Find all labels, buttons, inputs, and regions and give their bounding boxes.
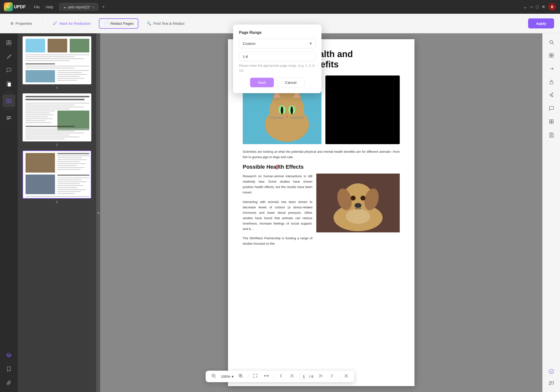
thumbnail-6[interactable]: 6 xyxy=(20,151,94,204)
svg-rect-16 xyxy=(26,60,70,61)
doc-lower-text: Research on human-animal interactions is… xyxy=(243,174,312,250)
sidebar-item-attachment[interactable] xyxy=(2,376,15,389)
thumbnail-5[interactable]: 5 xyxy=(20,93,94,147)
svg-rect-56 xyxy=(57,161,80,162)
svg-rect-21 xyxy=(57,70,89,71)
right-save-button[interactable] xyxy=(546,129,557,141)
right-search-button[interactable] xyxy=(546,36,557,48)
doc-body-text-2: Research on human-animal interactions is… xyxy=(243,174,312,195)
svg-rect-103 xyxy=(550,82,553,84)
bb-separator-1 xyxy=(248,374,248,379)
menu-file[interactable]: File xyxy=(34,5,40,9)
svg-rect-43 xyxy=(26,129,89,129)
sidebar-item-forms[interactable] xyxy=(2,111,15,124)
thumbnail-img-6 xyxy=(23,151,91,199)
window-maximize-icon[interactable]: □ xyxy=(536,4,539,10)
sidebar-item-layers[interactable] xyxy=(2,349,15,362)
page-range-popup: Page Range Custom All Pages Odd Pages Ev… xyxy=(233,25,321,93)
find-text-redact-button[interactable]: 🔍 Find Text & Redact xyxy=(142,19,189,28)
first-page-button[interactable] xyxy=(288,373,296,380)
svg-rect-4 xyxy=(8,83,11,87)
tab-label: pets report(2)* xyxy=(68,5,90,9)
svg-rect-20 xyxy=(26,70,55,82)
doc-body-text-4: The NIH/Mars Partnership is funding a ra… xyxy=(243,236,312,246)
panel-collapse-handle[interactable]: ◀ xyxy=(96,33,100,392)
right-secure-button[interactable] xyxy=(546,76,557,88)
window-close-icon[interactable]: ✕ xyxy=(542,4,545,10)
user-avatar[interactable]: B xyxy=(548,3,556,11)
svg-rect-40 xyxy=(26,120,45,121)
fit-page-button[interactable] xyxy=(251,373,259,380)
redacted-image-block xyxy=(325,76,400,144)
svg-rect-61 xyxy=(57,175,89,176)
svg-rect-36 xyxy=(26,113,50,113)
right-ocr-button[interactable] xyxy=(546,50,557,61)
zoom-in-button[interactable] xyxy=(237,373,245,380)
properties-button[interactable]: ⚙ Properties xyxy=(6,19,37,28)
tab-add-button[interactable]: + xyxy=(100,3,107,10)
doc-body-text-1: Scientists are looking at what the poten… xyxy=(243,149,400,160)
sidebar-item-redact[interactable] xyxy=(2,94,15,107)
menu-help[interactable]: Help xyxy=(46,5,53,9)
svg-rect-35 xyxy=(26,111,55,111)
bb-separator-3 xyxy=(339,374,339,379)
sidebar-item-comment[interactable] xyxy=(2,64,15,76)
apply-button[interactable]: Apply xyxy=(528,18,554,28)
tab-cloud-icon: ☁ xyxy=(63,5,66,9)
right-convert-button[interactable] xyxy=(546,63,557,75)
titlebar-menu: File Help xyxy=(34,5,53,9)
zoom-dropdown-icon[interactable]: ▾ xyxy=(232,374,234,379)
svg-rect-55 xyxy=(57,159,87,160)
svg-rect-104 xyxy=(549,120,551,121)
svg-rect-99 xyxy=(549,53,551,55)
popup-hint: Please enter the appropriate page range.… xyxy=(239,63,316,73)
page-range-select[interactable]: Custom All Pages Odd Pages Even Pages xyxy=(239,39,316,48)
thumbnail-4[interactable]: 4 xyxy=(20,36,94,89)
find-text-icon: 🔍 xyxy=(147,21,151,26)
tab-close-button[interactable]: × xyxy=(92,5,94,9)
close-bottom-bar-button[interactable] xyxy=(342,373,350,380)
redact-pages-button[interactable]: 📄 Redact Pages xyxy=(99,18,138,29)
svg-line-112 xyxy=(215,377,216,378)
doc-subheading: Possible Health Effects xyxy=(243,164,400,170)
window-chevron-down-icon[interactable]: ⌄ xyxy=(523,4,527,10)
thumbnail-num-4: 4 xyxy=(56,86,58,89)
svg-rect-100 xyxy=(552,53,553,55)
next-page-button[interactable] xyxy=(328,373,336,380)
svg-rect-105 xyxy=(552,120,553,121)
tab-pets-report[interactable]: ☁ pets report(2)* × xyxy=(59,3,98,11)
thumbnail-num-6: 6 xyxy=(56,200,58,204)
sidebar-item-bookmark[interactable] xyxy=(2,363,15,375)
page-range-input[interactable] xyxy=(239,52,316,61)
popup-mark-button[interactable]: Mark xyxy=(250,78,274,87)
right-comment-button[interactable] xyxy=(546,102,557,114)
sidebar-item-reader[interactable] xyxy=(2,36,15,49)
right-ai-button[interactable] xyxy=(546,366,557,377)
right-chat-button[interactable] xyxy=(546,377,557,389)
last-page-button[interactable] xyxy=(316,373,325,380)
fit-width-button[interactable] xyxy=(262,373,271,380)
svg-rect-64 xyxy=(57,181,87,182)
svg-rect-41 xyxy=(26,122,51,123)
svg-point-94 xyxy=(360,196,365,201)
svg-rect-68 xyxy=(57,189,86,190)
svg-rect-11 xyxy=(48,39,67,52)
mark-redaction-icon: 🖊 xyxy=(53,21,57,26)
prev-page-button[interactable] xyxy=(277,373,285,380)
window-minimize-icon[interactable]: ─ xyxy=(530,4,533,10)
current-page-input[interactable] xyxy=(299,374,308,379)
sidebar-item-edit[interactable] xyxy=(2,50,15,63)
zoom-out-button[interactable] xyxy=(210,373,218,380)
sidebar-item-pages[interactable] xyxy=(2,77,15,90)
right-share-button[interactable] xyxy=(546,89,557,101)
svg-rect-8 xyxy=(7,119,9,120)
user-avatar-letter: B xyxy=(551,5,553,9)
mark-redaction-button[interactable]: 🖊 Mark for Redaction xyxy=(49,18,95,28)
svg-rect-22 xyxy=(57,72,82,73)
svg-rect-23 xyxy=(57,74,87,75)
svg-rect-24 xyxy=(57,76,80,77)
popup-cancel-button[interactable]: Cancel xyxy=(277,78,305,87)
right-thumbnail-button[interactable] xyxy=(546,116,557,127)
redact-pages-label: Redact Pages xyxy=(110,21,133,25)
titlebar: U UPDF File Help ☁ pets report(2)* × + ⌄… xyxy=(0,0,560,14)
